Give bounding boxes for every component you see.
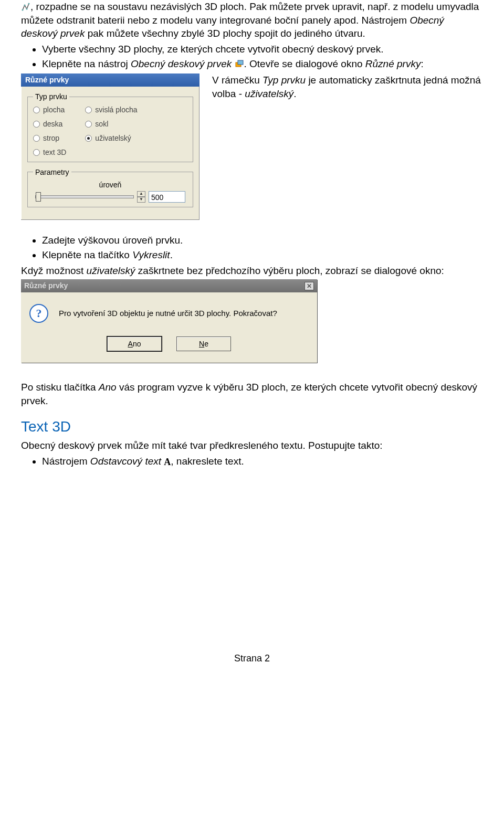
intro-text-2: pak můžete všechny zbylé 3D plochy spoji… <box>85 28 365 39</box>
level-stepper[interactable]: ▲ ▼ <box>137 191 145 203</box>
paragraph-after-bullets2: Když možnost uživatelský zaškrtnete bez … <box>21 264 483 278</box>
legend-typ: Typ prvku <box>33 92 69 102</box>
side-note-it1: Typ prvku <box>262 75 306 86</box>
param-label-uroven: úroveň <box>33 180 187 190</box>
p-after-it: uživatelský <box>87 265 135 276</box>
ano-button[interactable]: Ano <box>107 336 162 351</box>
bullet-2-1: Zadejte výškovou úroveň prvku. <box>42 234 483 247</box>
dialog2-message: Pro vytvoření 3D objektu je nutné určit … <box>59 308 277 319</box>
layers-icon <box>235 59 244 68</box>
bullet-list-2: Zadejte výškovou úroveň prvku. Klepněte … <box>21 234 483 261</box>
bullet-2-2-it: Vykreslit <box>132 249 170 260</box>
dialog2-title: Různé prvky <box>24 281 68 291</box>
bullet-3-it: Odstavcový text <box>90 456 161 467</box>
svg-point-0 <box>22 9 23 10</box>
radio-strop[interactable]: strop <box>33 133 66 143</box>
page-footer: Strana 2 <box>21 652 483 665</box>
radio-sokl[interactable]: sokl <box>85 119 137 129</box>
level-slider[interactable] <box>35 195 134 198</box>
bullet-2-2: Klepněte na tlačítko Vykreslit. <box>42 248 483 262</box>
text-a-icon: A <box>164 456 171 468</box>
polyline-icon <box>21 2 30 11</box>
side-note-typ-prvku: V rámečku Typ prvku je automaticky zaškr… <box>212 73 483 100</box>
question-icon: ? <box>29 304 48 323</box>
paragraph-text3d: Obecný deskový prvek může mít také tvar … <box>21 439 483 452</box>
dialog-ruzne-prvky-panel: Různé prvky Typ prvku plocha deska strop… <box>21 73 200 220</box>
radio-text3d[interactable]: text 3D <box>33 148 66 157</box>
svg-point-3 <box>28 3 29 4</box>
bullet-1-2-it2: Různé prvky <box>365 58 421 69</box>
bullet-1-2-it: Obecný deskový prvek <box>131 58 232 69</box>
bullet-list-1: Vyberte všechny 3D plochy, ze kterých ch… <box>21 43 483 70</box>
bullet-list-3: Nástrojem Odstavcový text A, nakreslete … <box>21 455 483 468</box>
legend-param: Parametry <box>33 167 71 177</box>
paragraph-after-dialog2: Po stisku tlačítka Ano vás program vyzve… <box>21 381 483 407</box>
intro-paragraph-1: , rozpadne se na soustavu nezávislých 3D… <box>21 0 483 40</box>
bullet-3-1: Nástrojem Odstavcový text A, nakreslete … <box>42 455 483 468</box>
ne-button[interactable]: Ne <box>176 336 231 351</box>
close-icon[interactable]: ✕ <box>304 282 314 290</box>
side-note-it2: uživatelský <box>245 88 293 99</box>
svg-point-1 <box>24 4 25 6</box>
dialog-ruzne-prvky-confirm: Různé prvky ✕ ? Pro vytvoření 3D objektu… <box>21 279 317 363</box>
dialog1-title: Různé prvky <box>21 73 200 87</box>
heading-text-3d: Text 3D <box>21 417 483 437</box>
step-up-icon[interactable]: ▲ <box>137 191 145 197</box>
level-value-field[interactable]: 500 <box>149 191 185 203</box>
svg-rect-5 <box>238 60 243 65</box>
radio-svisla-plocha[interactable]: svislá plocha <box>85 105 137 115</box>
p-after2-it: Ano <box>99 382 117 393</box>
svg-point-2 <box>26 8 27 9</box>
bullet-1-2: Klepněte na nástroj Obecný deskový prvek… <box>42 57 483 71</box>
radio-deska[interactable]: deska <box>33 119 66 129</box>
fieldset-parametry: Parametry úroveň ▲ ▼ 500 <box>27 167 193 208</box>
radio-plocha[interactable]: plocha <box>33 105 66 115</box>
fieldset-typ-prvku: Typ prvku plocha deska strop text 3D svi… <box>27 92 193 162</box>
step-down-icon[interactable]: ▼ <box>137 197 145 203</box>
bullet-1-1: Vyberte všechny 3D plochy, ze kterých ch… <box>42 43 483 56</box>
radio-uzivatelsky[interactable]: uživatelský <box>85 133 137 143</box>
